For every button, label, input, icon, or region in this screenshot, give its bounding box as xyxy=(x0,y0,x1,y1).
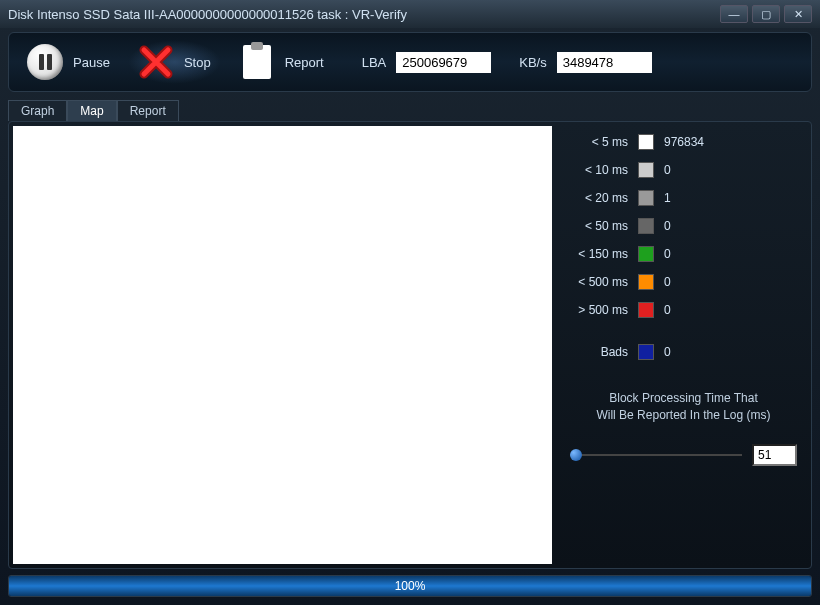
legend-label: < 500 ms xyxy=(564,275,628,289)
lba-input[interactable] xyxy=(396,52,491,73)
legend-swatch-icon xyxy=(638,344,654,360)
report-button[interactable]: Report xyxy=(229,40,334,84)
tab-report[interactable]: Report xyxy=(117,100,179,121)
legend-swatch-icon xyxy=(638,190,654,206)
map-canvas xyxy=(13,126,552,564)
legend-label: < 50 ms xyxy=(564,219,628,233)
kbs-input[interactable] xyxy=(557,52,652,73)
legend-swatch-icon xyxy=(638,274,654,290)
legend-panel: < 5 ms976834< 10 ms0< 20 ms1< 50 ms0< 15… xyxy=(556,122,811,568)
legend-row: Bads0 xyxy=(564,344,803,360)
tab-map[interactable]: Map xyxy=(67,100,116,121)
pause-icon xyxy=(27,44,63,80)
kbs-label: KB/s xyxy=(519,55,546,70)
slider-thumb-icon xyxy=(570,449,582,461)
toolbar: Pause Stop Report LBA KB/s xyxy=(8,32,812,92)
legend-row: < 5 ms976834 xyxy=(564,134,803,150)
legend-count: 0 xyxy=(664,275,671,289)
report-icon xyxy=(239,44,275,80)
lba-field-group: LBA xyxy=(362,52,492,73)
minimize-button[interactable]: — xyxy=(720,5,748,23)
kbs-field-group: KB/s xyxy=(519,52,651,73)
legend-count: 0 xyxy=(664,303,671,317)
stop-button[interactable]: Stop xyxy=(128,40,221,84)
legend-row: < 500 ms0 xyxy=(564,274,803,290)
pause-button[interactable]: Pause xyxy=(17,40,120,84)
legend-swatch-icon xyxy=(638,246,654,262)
legend-label: Bads xyxy=(564,345,628,359)
window-controls: — ▢ ✕ xyxy=(720,5,812,23)
lba-label: LBA xyxy=(362,55,387,70)
legend-count: 0 xyxy=(664,163,671,177)
legend-count: 0 xyxy=(664,219,671,233)
legend-count: 0 xyxy=(664,345,671,359)
close-button[interactable]: ✕ xyxy=(784,5,812,23)
hint-line-1: Block Processing Time That xyxy=(564,390,803,407)
titlebar: Disk Intenso SSD Sata III-AA000000000000… xyxy=(0,0,820,28)
legend-label: < 5 ms xyxy=(564,135,628,149)
legend-row: < 50 ms0 xyxy=(564,218,803,234)
slider-hint: Block Processing Time That Will Be Repor… xyxy=(564,390,803,424)
legend-row: < 20 ms1 xyxy=(564,190,803,206)
legend-swatch-icon xyxy=(638,218,654,234)
legend-label: > 500 ms xyxy=(564,303,628,317)
threshold-input[interactable] xyxy=(752,444,797,466)
progress-bar: 100% xyxy=(8,575,812,597)
stop-icon xyxy=(138,44,174,80)
progress-text: 100% xyxy=(9,576,811,596)
tab-graph[interactable]: Graph xyxy=(8,100,67,121)
legend-swatch-icon xyxy=(638,162,654,178)
legend-label: < 20 ms xyxy=(564,191,628,205)
content-area: < 5 ms976834< 10 ms0< 20 ms1< 50 ms0< 15… xyxy=(8,121,812,569)
tab-bar: Graph Map Report xyxy=(8,100,812,121)
legend-label: < 10 ms xyxy=(564,163,628,177)
pause-label: Pause xyxy=(73,55,110,70)
window-title: Disk Intenso SSD Sata III-AA000000000000… xyxy=(8,7,720,22)
threshold-slider[interactable] xyxy=(570,454,742,456)
legend-count: 976834 xyxy=(664,135,704,149)
legend-swatch-icon xyxy=(638,134,654,150)
legend-row: < 10 ms0 xyxy=(564,162,803,178)
legend-label: < 150 ms xyxy=(564,247,628,261)
threshold-slider-row xyxy=(564,444,803,466)
legend-swatch-icon xyxy=(638,302,654,318)
maximize-button[interactable]: ▢ xyxy=(752,5,780,23)
stop-label: Stop xyxy=(184,55,211,70)
legend-row: > 500 ms0 xyxy=(564,302,803,318)
report-label: Report xyxy=(285,55,324,70)
legend-row: < 150 ms0 xyxy=(564,246,803,262)
hint-line-2: Will Be Reported In the Log (ms) xyxy=(564,407,803,424)
legend-count: 0 xyxy=(664,247,671,261)
legend-count: 1 xyxy=(664,191,671,205)
